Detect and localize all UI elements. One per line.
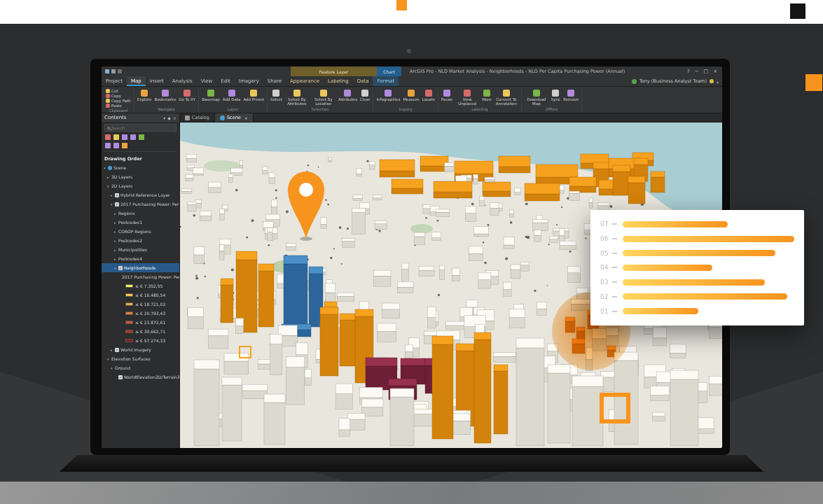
ribbon-button-measure[interactable]: Measure	[402, 89, 420, 102]
tree-item-scene[interactable]: ▾Scene	[102, 163, 179, 172]
ribbon-button-select-by-attributes[interactable]: Select By Attributes	[284, 89, 310, 106]
ribbon-button-copy-path[interactable]: Copy Path	[105, 99, 132, 103]
chart-row: 02	[600, 293, 794, 300]
tree-item-neighborhoods[interactable]: ▾Neighborhoods	[102, 263, 179, 272]
layer-visibility-checkbox[interactable]	[118, 266, 123, 270]
ribbon-button-convert-to-annotation[interactable]: Convert To Annotation	[494, 89, 519, 106]
white-building	[650, 386, 669, 401]
tree-item-worldelevation3d-terrain3d[interactable]: WorldElevation3D/Terrain3D	[102, 372, 179, 382]
save-icon[interactable]	[105, 69, 109, 74]
close-button[interactable]: ×	[713, 69, 717, 74]
ribbon-tab-labeling[interactable]: Labeling	[324, 76, 353, 86]
tree-item-2d-layers[interactable]: ▾2D Layers	[102, 181, 179, 190]
snapping-icon[interactable]	[105, 143, 111, 148]
ribbon-tab-imagery[interactable]: Imagery	[235, 76, 263, 86]
white-building	[514, 188, 520, 195]
undo-icon[interactable]	[111, 69, 116, 74]
white-building	[242, 384, 268, 399]
ribbon-button-select[interactable]: Select	[270, 89, 283, 102]
park	[410, 224, 433, 234]
list-by-drawing-order-icon[interactable]	[113, 134, 119, 140]
pane-close-icon[interactable]: ×	[173, 115, 177, 120]
tree-item-2017-purchasing-power-per-capita[interactable]: ▾2017 Purchasing Power: Per Capita	[102, 200, 179, 209]
pane-menu-icon[interactable]: ▾	[163, 115, 165, 120]
tree-item-elevation-surfaces[interactable]: ▾Elevation Surfaces	[102, 354, 179, 363]
tree-item-20-793-43[interactable]: ≤ € 20.793,43	[102, 309, 179, 318]
tree-item-57-274-33[interactable]: ≤ € 57.274,33	[102, 336, 179, 345]
tree-item-16-480-54[interactable]: ≤ € 16.480,54	[102, 290, 179, 300]
view-tab-catalog[interactable]: Catalog	[180, 113, 215, 122]
minimize-button[interactable]: −	[695, 69, 699, 74]
tree-item-postcodes2[interactable]: ▸Postcodes2	[102, 236, 179, 245]
ribbon-button-locate[interactable]: Locate	[422, 89, 436, 102]
collapse-ribbon-icon[interactable]: ▴	[717, 79, 719, 84]
ribbon-button-copy[interactable]: Copy	[105, 94, 122, 98]
redo-icon[interactable]	[118, 69, 122, 74]
pane-pin-icon[interactable]: ◆	[167, 115, 171, 120]
filter-icon[interactable]	[105, 134, 111, 140]
tree-item-corop-regions[interactable]: ▸COROP Regions	[102, 227, 179, 236]
ribbon-button-add-preset[interactable]: Add Preset	[242, 89, 265, 102]
pencil-edit-icon[interactable]	[130, 134, 136, 140]
tree-item-7-352-55[interactable]: ≤ € 7.352,55	[102, 281, 179, 290]
ribbon-button-view-unplaced[interactable]: View Unplaced	[455, 89, 480, 106]
signed-in-user[interactable]: Tony (Business Analyst Team)	[639, 78, 707, 84]
tree-item-3d-layers[interactable]: ▸3D Layers	[102, 172, 179, 181]
tree-item-postcodes4[interactable]: ▸Postcodes4	[102, 254, 179, 263]
view-tab-scene[interactable]: Scene×	[215, 113, 254, 122]
ribbon-button-remove[interactable]: Remove	[562, 89, 579, 102]
ribbon-button-select-by-location[interactable]: Select By Location	[311, 89, 336, 106]
help-button[interactable]: ?	[687, 69, 690, 74]
tree-item-ground[interactable]: ▾Ground	[102, 363, 179, 372]
new-group-icon[interactable]	[139, 134, 144, 140]
restore-button[interactable]: □	[704, 69, 709, 74]
ribbon-button-bookmarks[interactable]: Bookmarks	[153, 89, 177, 102]
chart-overlay-card: 07060504030201	[590, 210, 804, 326]
ribbon-tab-data[interactable]: Data	[353, 76, 373, 86]
chart-bar	[623, 308, 698, 314]
tree-item-23-872-61[interactable]: ≤ € 23.872,61	[102, 318, 179, 327]
ribbon-button-add-data[interactable]: Add Data	[222, 89, 242, 102]
tree-item-world-imagery[interactable]: ▸World Imagery	[102, 345, 179, 354]
chart-icon[interactable]	[122, 143, 127, 148]
white-building	[445, 321, 465, 329]
contents-pane: Contents ▾ ◆ × Drawing Order ▾Scene▸3D L…	[102, 113, 180, 448]
paintbrush-icon[interactable]	[113, 143, 119, 148]
ribbon-button-cut[interactable]: Cut	[105, 89, 118, 93]
tree-item-30-662-71[interactable]: ≤ € 30.662,71	[102, 327, 179, 336]
ribbon-tab-map[interactable]: Map	[127, 76, 146, 86]
ribbon-tab-view[interactable]: View	[197, 76, 217, 86]
ribbon-button-download-map[interactable]: Download Map	[524, 89, 549, 106]
tree-item-18-721-02[interactable]: ≤ € 18.721,02	[102, 300, 179, 309]
ribbon-button-explore[interactable]: Explore	[137, 89, 153, 102]
ribbon-button-infographics[interactable]: Infographics	[375, 89, 401, 102]
layer-visibility-checkbox[interactable]	[115, 193, 119, 197]
tree-item-hybrid-reference-layer[interactable]: ▸Hybrid Reference Layer	[102, 190, 179, 200]
ribbon-tab-edit[interactable]: Edit	[216, 76, 235, 86]
ribbon-button-attributes[interactable]: Attributes	[338, 89, 358, 102]
tree-item-regions[interactable]: ▸Regions	[102, 209, 179, 218]
ribbon-tab-project[interactable]: Project	[102, 76, 127, 86]
notifications-bell-icon[interactable]	[710, 79, 714, 83]
ribbon-tab-analysis[interactable]: Analysis	[168, 76, 197, 86]
list-by-source-icon[interactable]	[122, 134, 127, 140]
search-input[interactable]	[111, 126, 174, 130]
tree-item-postcodes1[interactable]: ▸Postcodes1	[102, 218, 179, 227]
ribbon-tab-share[interactable]: Share	[263, 76, 286, 86]
layer-visibility-checkbox[interactable]	[115, 348, 119, 352]
ribbon-button-pause[interactable]: Pause	[441, 89, 453, 102]
ribbon-button-clear[interactable]: Clear	[359, 89, 371, 102]
ribbon-tab-appearance[interactable]: Appearance	[286, 76, 324, 86]
close-tab-icon[interactable]: ×	[244, 115, 248, 120]
tree-item-municipalities[interactable]: ▸Municipalities	[102, 245, 179, 254]
layer-visibility-checkbox[interactable]	[118, 375, 123, 379]
layer-visibility-checkbox[interactable]	[115, 202, 119, 206]
ribbon-tab-format[interactable]: Format	[373, 76, 399, 86]
decor-square-top-center	[396, 0, 407, 10]
ribbon-button-sync[interactable]: Sync	[551, 89, 561, 102]
ribbon-button-more[interactable]: More	[481, 89, 492, 102]
tree-item-2017-purchasing-power-per-capita[interactable]: 2017 Purchasing Power: Per Capita	[102, 272, 179, 281]
ribbon-button-basemap[interactable]: Basemap	[201, 89, 221, 102]
ribbon-tab-insert[interactable]: Insert	[146, 76, 168, 86]
ribbon-button-go-to-xy[interactable]: Go To XY	[178, 89, 196, 102]
